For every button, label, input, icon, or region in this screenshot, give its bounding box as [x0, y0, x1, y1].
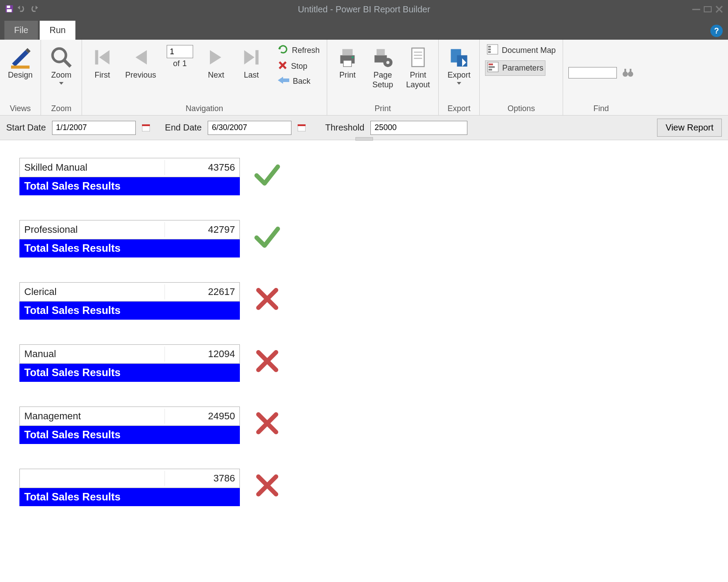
cross-icon [253, 409, 281, 439]
group-options: Document Map Parameters Options [480, 40, 563, 115]
back-label: Back [293, 77, 310, 86]
svg-rect-45 [489, 66, 495, 68]
report-item: Management24950Total Sales Results [19, 407, 709, 444]
previous-label: Previous [125, 71, 156, 80]
svg-rect-46 [489, 69, 492, 71]
value-cell: 3786 [164, 471, 239, 486]
table-block: Skilled Manual43756Total Sales Results [19, 158, 240, 195]
table-row: Manual12094 [19, 344, 240, 364]
export-icon [447, 45, 471, 70]
start-date-label: Start Date [6, 123, 46, 133]
svg-rect-42 [488, 51, 491, 53]
last-button[interactable]: Last [236, 43, 266, 82]
table-block: Manual12094Total Sales Results [19, 344, 240, 382]
calendar-icon[interactable] [298, 124, 306, 131]
value-cell: 12094 [164, 347, 239, 362]
svg-rect-25 [342, 49, 352, 55]
end-date-input[interactable] [208, 121, 291, 135]
print-layout-button[interactable]: Print Layout [403, 43, 433, 91]
page-setup-icon [370, 45, 395, 70]
table-row: Management24950 [19, 407, 240, 426]
group-views-label: Views [5, 102, 35, 114]
start-date-input[interactable] [52, 121, 136, 135]
table-row: Skilled Manual43756 [19, 158, 240, 177]
check-icon [253, 160, 281, 190]
total-sales-header: Total Sales Results [19, 488, 240, 506]
group-navigation-label: Navigation [87, 102, 321, 114]
refresh-label: Refresh [292, 46, 320, 55]
threshold-input[interactable] [370, 121, 467, 135]
svg-rect-29 [377, 49, 385, 55]
value-cell: 22617 [164, 284, 239, 299]
cross-icon [253, 471, 281, 501]
report-canvas: Skilled Manual43756Total Sales ResultsPr… [0, 140, 728, 548]
tab-file[interactable]: File [4, 21, 38, 40]
group-export-label: Export [444, 102, 474, 114]
calendar-icon[interactable] [142, 124, 150, 131]
design-button[interactable]: Design [5, 43, 35, 82]
group-print-label: Print [332, 102, 433, 114]
group-export: Export Export [439, 40, 480, 115]
refresh-button[interactable]: Refresh [276, 43, 321, 58]
report-item: Professional42797Total Sales Results [19, 220, 709, 257]
group-find: Find [563, 40, 639, 115]
print-icon [335, 45, 360, 70]
print-label: Print [340, 71, 356, 80]
previous-button[interactable]: Previous [123, 43, 159, 82]
report-item: Manual12094Total Sales Results [19, 344, 709, 382]
zoom-button[interactable]: Zoom [46, 43, 76, 86]
table-row: Clerical22617 [19, 282, 240, 302]
quick-access-toolbar [0, 4, 39, 15]
minimize-icon[interactable] [692, 6, 701, 13]
help-icon[interactable]: ? [710, 25, 723, 37]
redo-icon[interactable] [29, 4, 39, 15]
splitter-handle[interactable] [355, 137, 373, 141]
page-number-input[interactable] [167, 45, 193, 58]
next-icon [204, 45, 228, 70]
binoculars-icon[interactable] [622, 67, 634, 79]
tab-strip: File Run ? [0, 19, 728, 40]
back-button[interactable]: Back [276, 75, 321, 88]
last-label: Last [244, 71, 259, 80]
parameters-button[interactable]: Parameters [485, 60, 545, 76]
parameters-icon [487, 62, 499, 75]
undo-icon[interactable] [17, 4, 26, 15]
document-map-button[interactable]: Document Map [485, 43, 557, 58]
view-report-button[interactable]: View Report [657, 119, 722, 137]
export-button[interactable]: Export [444, 43, 474, 86]
value-cell: 43756 [164, 160, 239, 175]
refresh-icon [278, 44, 288, 57]
next-label: Next [208, 71, 224, 80]
svg-marker-15 [99, 50, 109, 65]
svg-rect-50 [630, 69, 631, 72]
svg-rect-49 [624, 69, 626, 72]
page-setup-label: Page Setup [373, 71, 393, 90]
first-button[interactable]: First [87, 43, 117, 82]
report-item: 3786Total Sales Results [19, 469, 709, 506]
threshold-label: Threshold [325, 123, 364, 133]
of-label: of [173, 59, 180, 68]
next-button[interactable]: Next [201, 43, 231, 82]
design-label: Design [8, 71, 33, 80]
group-find-label: Find [568, 102, 634, 114]
restore-icon[interactable] [703, 6, 712, 13]
total-sales-header: Total Sales Results [19, 239, 240, 257]
svg-rect-2 [7, 9, 12, 11]
svg-point-27 [351, 56, 354, 59]
category-cell: Skilled Manual [20, 160, 164, 175]
find-input[interactable] [568, 67, 617, 78]
print-button[interactable]: Print [332, 43, 362, 82]
svg-rect-1 [7, 5, 10, 8]
close-icon[interactable] [715, 6, 724, 13]
total-pages: 1 [183, 59, 187, 68]
svg-marker-17 [210, 50, 221, 65]
table-row: 3786 [19, 469, 240, 488]
svg-marker-18 [244, 50, 254, 65]
save-icon[interactable] [4, 4, 14, 15]
tab-run[interactable]: Run [40, 21, 75, 40]
category-cell: Professional [20, 222, 164, 237]
document-map-label: Document Map [502, 46, 556, 55]
page-setup-button[interactable]: Page Setup [368, 43, 398, 91]
page-number-group: of 1 [164, 43, 196, 70]
stop-button[interactable]: Stop [276, 60, 321, 73]
